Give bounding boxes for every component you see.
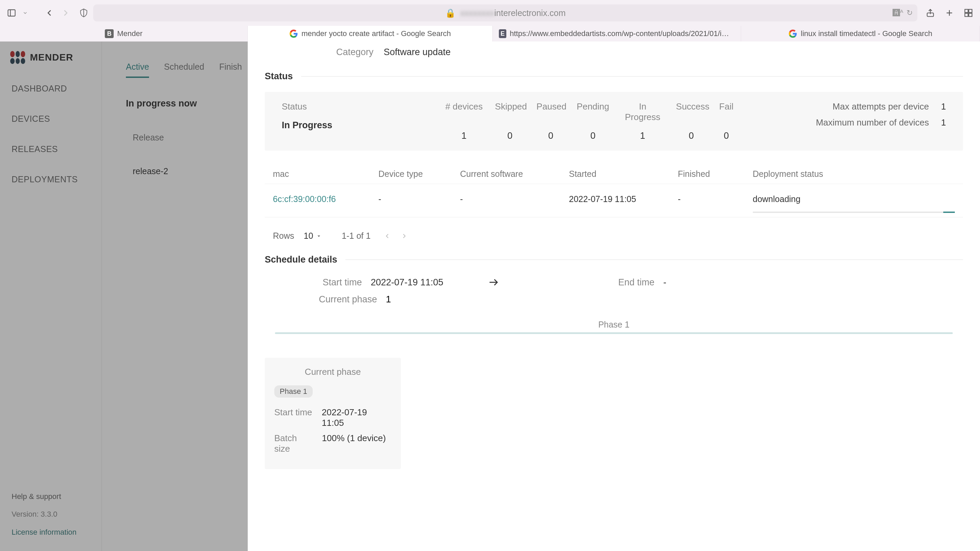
- new-tab-icon[interactable]: [945, 8, 954, 18]
- col-paused: Paused: [537, 102, 565, 122]
- page-next-icon[interactable]: [401, 232, 408, 240]
- max-attempts-value: 1: [939, 102, 946, 112]
- phase-start-label: Start time: [274, 407, 314, 428]
- th-cursoft[interactable]: Current software: [460, 169, 569, 179]
- col-skipped: Skipped: [495, 102, 525, 122]
- favicon-e-icon: E: [499, 29, 506, 38]
- svg-rect-9: [969, 13, 972, 16]
- tab-label: https://www.embeddedartists.com/wp-conte…: [510, 29, 735, 38]
- page-prev-icon[interactable]: [383, 232, 391, 240]
- favicon-google-icon: [289, 29, 298, 38]
- phase-track: Phase 1: [275, 320, 953, 334]
- tab-strip: B Mender mender yocto create artifact - …: [0, 26, 980, 41]
- favicon-b-icon: B: [105, 29, 114, 38]
- val-success: 0: [676, 130, 707, 141]
- th-devtype[interactable]: Device type: [379, 169, 460, 179]
- tab-label: Mender: [117, 29, 143, 38]
- start-time-value: 2022-07-19 11:05: [371, 277, 443, 288]
- phase-badge: Phase 1: [274, 385, 313, 398]
- favicon-google-icon: [788, 29, 797, 38]
- start-time-label: Start time: [323, 277, 362, 288]
- tab-label: mender yocto create artifact - Google Se…: [301, 29, 451, 38]
- val-pending: 0: [577, 130, 609, 141]
- cell-cursoft: -: [460, 194, 569, 204]
- col-pending: Pending: [577, 102, 609, 122]
- cell-devtype: -: [379, 194, 460, 204]
- category-value: Software update: [384, 47, 451, 57]
- cell-started: 2022-07-19 11:05: [569, 194, 678, 204]
- max-devices-label: Maximum number of devices: [816, 118, 929, 128]
- val-paused: 0: [537, 130, 565, 141]
- category-label: Category: [336, 47, 374, 57]
- share-icon[interactable]: [926, 8, 935, 18]
- tab-google-2[interactable]: linux install timedatectl - Google Searc…: [741, 26, 980, 41]
- phase-track-bar: [275, 332, 953, 334]
- current-phase-label: Current phase: [265, 294, 377, 305]
- sidebar-toggle-icon[interactable]: [7, 8, 16, 18]
- col-inprogress: In Progress: [621, 102, 665, 122]
- table-pager: Rows 10 1-1 of 1: [248, 218, 980, 254]
- arrow-right-icon: [488, 276, 499, 288]
- val-inprogress: 1: [621, 130, 665, 141]
- table-header-row: mac Device type Current software Started…: [265, 164, 963, 184]
- phase-start-value: 2022-07-19 11:05: [322, 407, 391, 428]
- status-label: Status: [282, 102, 332, 112]
- cell-mac[interactable]: 6c:cf:39:00:00:f6: [273, 194, 379, 204]
- svg-rect-7: [969, 10, 972, 13]
- back-icon[interactable]: [44, 8, 54, 18]
- th-finished[interactable]: Finished: [678, 169, 753, 179]
- status-summary-card: Status In Progress # devices Skipped Pau…: [265, 92, 963, 151]
- chevron-down-icon[interactable]: [22, 10, 28, 16]
- tab-label: linux install timedatectl - Google Searc…: [801, 29, 932, 38]
- translate-icon[interactable]: 🅰ᴬ: [892, 8, 903, 17]
- reload-icon[interactable]: ↻: [907, 8, 913, 17]
- chevron-down-icon: [316, 233, 322, 239]
- rows-label: Rows: [273, 231, 294, 241]
- page-range: 1-1 of 1: [342, 231, 371, 241]
- max-devices-value: 1: [939, 118, 946, 128]
- tab-mender[interactable]: B Mender: [0, 26, 248, 41]
- phase-track-label: Phase 1: [275, 320, 953, 330]
- tab-embeddedartists[interactable]: E https://www.embeddedartists.com/wp-con…: [493, 26, 741, 41]
- status-value: In Progress: [282, 120, 332, 130]
- table-row[interactable]: 6c:cf:39:00:00:f6 - - 2022-07-19 11:05 -…: [265, 184, 963, 218]
- schedule-section-title: Schedule details: [265, 254, 337, 265]
- th-depstatus[interactable]: Deployment status: [753, 169, 955, 179]
- divider: [301, 76, 963, 76]
- progress-bar: [753, 211, 955, 213]
- val-fail: 0: [718, 130, 735, 141]
- col-ndevices: # devices: [445, 102, 484, 122]
- svg-rect-0: [8, 10, 15, 16]
- phase-batch-value: 100% (1 device): [322, 433, 386, 454]
- lock-icon: 🔒: [445, 8, 456, 18]
- url-bar[interactable]: 🔒 xxxxxxxxinterelectronix.com 🅰ᴬ ↻: [93, 5, 917, 21]
- device-table: mac Device type Current software Started…: [265, 164, 963, 218]
- browser-toolbar: 🔒 xxxxxxxxinterelectronix.com 🅰ᴬ ↻: [0, 0, 980, 26]
- deployment-detail-panel: Category Software update Status Status I…: [248, 41, 980, 551]
- cell-depstatus: downloading: [753, 194, 955, 213]
- rows-select[interactable]: 10: [304, 231, 322, 241]
- url-text: interelectronix.com: [495, 8, 566, 18]
- divider: [345, 259, 963, 260]
- th-mac[interactable]: mac: [273, 169, 379, 179]
- current-phase-value: 1: [386, 294, 391, 305]
- val-ndevices: 1: [445, 130, 484, 141]
- tab-google-1[interactable]: mender yocto create artifact - Google Se…: [248, 26, 493, 41]
- th-started[interactable]: Started: [569, 169, 678, 179]
- phase-batch-label: Batch size: [274, 433, 314, 454]
- col-success: Success: [676, 102, 707, 122]
- forward-icon[interactable]: [60, 8, 71, 18]
- current-phase-card: Current phase Phase 1 Start time 2022-07…: [265, 358, 401, 469]
- phase-card-title: Current phase: [274, 367, 391, 377]
- status-section-title: Status: [265, 71, 293, 82]
- cell-finished: -: [678, 194, 753, 204]
- svg-rect-8: [965, 13, 968, 16]
- col-fail: Fail: [718, 102, 735, 122]
- end-time-label: End time: [618, 277, 655, 288]
- end-time-value: -: [663, 277, 666, 288]
- svg-rect-6: [965, 10, 968, 13]
- max-attempts-label: Max attempts per device: [833, 102, 929, 112]
- privacy-shield-icon[interactable]: [79, 8, 89, 18]
- tab-overview-icon[interactable]: [964, 8, 973, 18]
- val-skipped: 0: [495, 130, 525, 141]
